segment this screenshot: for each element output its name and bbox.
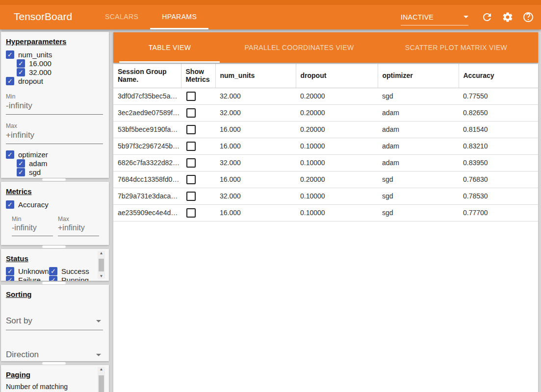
tab-hparams[interactable]: HPARAMS — [150, 0, 208, 29]
refresh-icon[interactable] — [481, 11, 493, 23]
tab-table-view[interactable]: TABLE VIEW — [149, 32, 191, 63]
checkbox-optimizer-sgd[interactable] — [17, 168, 25, 176]
col-header-num-units[interactable]: num_units — [215, 64, 296, 88]
checkbox-status-unknown[interactable] — [6, 267, 14, 275]
checkbox-optimizer[interactable] — [6, 150, 14, 159]
status-scrollbar[interactable]: ▲ ▼ — [98, 251, 105, 279]
accuracy-cell: 0.78530 — [459, 188, 538, 204]
sorting-heading: Sorting — [6, 290, 103, 298]
matching-groups-summary: Number of matching session groups: 8 — [6, 382, 92, 392]
show-metrics-checkbox[interactable] — [186, 125, 196, 134]
checkbox-accuracy[interactable] — [6, 200, 14, 209]
metric-min-input[interactable]: -infinity — [12, 222, 53, 236]
col-header-optimizer[interactable]: optimizer — [378, 64, 459, 88]
optimizer-cell: sgd — [378, 88, 459, 104]
hparam-value-label: 32.000 — [29, 68, 52, 76]
table-row: 7684dcc13358fd0… 16.000 0.20000 sgd 0.76… — [113, 171, 538, 188]
checkbox-status-success[interactable] — [49, 267, 57, 275]
status-success-row: Success — [49, 267, 103, 275]
session-group-name: 6826c7fa3322d82… — [113, 154, 181, 171]
num-units-cell: 16.000 — [215, 171, 296, 188]
show-metrics-checkbox[interactable] — [186, 108, 196, 118]
sort-by-label: Sort by — [6, 316, 32, 326]
panel-resize-handle[interactable] — [42, 245, 66, 248]
status-panel: Status Unknown Success Failure Running ▲… — [1, 249, 109, 281]
checkbox-num-units-32[interactable] — [17, 68, 25, 76]
paging-panel: Paging Number of matching session groups… — [1, 365, 109, 392]
table-row: 5b97f3c2967245b… 16.000 0.10000 adam 0.8… — [113, 138, 538, 154]
accuracy-cell: 0.76830 — [459, 171, 538, 188]
help-icon[interactable] — [522, 11, 534, 23]
tab-scatter-plot-matrix-view[interactable]: SCATTER PLOT MATRIX VIEW — [405, 32, 507, 63]
view-tabbar: TABLE VIEW PARALLEL COORDINATES VIEW SCA… — [113, 32, 538, 63]
dropout-max-label: Max — [6, 122, 103, 129]
accuracy-cell: 0.77700 — [459, 204, 538, 221]
num-units-cell: 32.000 — [215, 104, 296, 121]
show-metrics-checkbox[interactable] — [186, 142, 196, 151]
show-metrics-checkbox[interactable] — [186, 92, 196, 101]
panel-resize-handle[interactable] — [42, 178, 66, 181]
scrollbar-thumb[interactable] — [99, 259, 104, 271]
metric-max-input[interactable]: +infinity — [58, 222, 99, 236]
toolbar-right-controls: INACTIVE — [401, 5, 534, 29]
chevron-down-icon — [96, 320, 101, 322]
hparam-label: optimizer — [18, 150, 48, 159]
table-row: ae235909ec4e4d… 16.000 0.10000 sgd 0.777… — [113, 204, 538, 221]
panel-resize-handle[interactable] — [42, 282, 66, 284]
metrics-panel: Metrics Accuracy Min -infinity Max +infi… — [1, 182, 109, 245]
checkbox-num-units[interactable] — [6, 50, 14, 59]
scroll-down-icon[interactable]: ▼ — [100, 274, 103, 279]
show-metrics-checkbox[interactable] — [186, 158, 196, 168]
scroll-up-icon[interactable]: ▲ — [100, 251, 103, 256]
accuracy-cell: 0.83210 — [459, 138, 538, 154]
hparam-value-label: adam — [29, 159, 48, 168]
run-status-dropdown[interactable]: INACTIVE — [401, 9, 468, 25]
col-header-session-group-name[interactable]: Session Group Name. — [113, 64, 181, 88]
run-status-value: INACTIVE — [401, 13, 434, 21]
sort-by-select[interactable]: Sort by — [6, 316, 103, 330]
col-header-accuracy[interactable]: Accuracy — [459, 64, 538, 88]
tab-scalars[interactable]: SCALARS — [93, 0, 150, 29]
status-heading: Status — [6, 254, 103, 263]
hparam-value-label: 16.000 — [29, 59, 52, 68]
num-units-cell: 16.000 — [215, 138, 296, 154]
status-label: Success — [61, 267, 89, 275]
status-label: Running — [61, 276, 89, 281]
show-metrics-checkbox[interactable] — [186, 175, 196, 184]
optimizer-cell: adam — [378, 138, 459, 154]
session-group-name: 3df0d7cf35bec5a… — [113, 88, 181, 104]
show-metrics-checkbox[interactable] — [186, 208, 196, 218]
show-metrics-checkbox[interactable] — [186, 192, 196, 201]
scroll-up-icon[interactable]: ▲ — [100, 367, 103, 372]
table-row: 3ec2aed9e07589f… 32.000 0.20000 adam 0.8… — [113, 104, 538, 121]
direction-select[interactable]: Direction — [6, 350, 103, 361]
dropout-min-input[interactable]: -infinity — [6, 100, 103, 115]
status-failure-row: Failure — [6, 275, 49, 281]
table-row: 3df0d7cf35bec5a… 32.000 0.20000 sgd 0.77… — [113, 88, 538, 104]
col-header-dropout[interactable]: dropout — [296, 64, 378, 88]
checkbox-status-failure[interactable] — [6, 276, 14, 281]
top-toolbar: TensorBoard SCALARS HPARAMS INACTIVE — [0, 0, 541, 29]
metrics-heading: Metrics — [6, 187, 103, 196]
checkbox-num-units-16[interactable] — [17, 59, 25, 68]
panel-resize-handle[interactable] — [42, 362, 66, 365]
optimizer-cell: sgd — [378, 171, 459, 188]
hparam-value-row: adam — [17, 159, 103, 168]
checkbox-status-running[interactable] — [49, 276, 57, 281]
scrollbar-thumb[interactable] — [99, 375, 104, 392]
tab-parallel-coordinates-view[interactable]: PARALLEL COORDINATES VIEW — [244, 32, 354, 63]
checkbox-optimizer-adam[interactable] — [17, 159, 25, 168]
num-units-cell: 32.000 — [215, 88, 296, 104]
dropout-max-input[interactable]: +infinity — [6, 129, 103, 144]
active-tab-underline — [119, 61, 220, 63]
paging-scrollbar[interactable]: ▲ — [98, 367, 105, 392]
checkbox-dropout[interactable] — [6, 77, 14, 85]
status-label: Failure — [18, 276, 41, 281]
plugin-tabs: SCALARS HPARAMS — [93, 0, 208, 29]
hparam-optimizer-row: optimizer — [6, 150, 103, 159]
settings-gear-icon[interactable] — [502, 11, 514, 23]
table-row: 53bf5bece9190fa… 16.000 0.20000 adam 0.8… — [113, 121, 538, 138]
dropout-cell: 0.10000 — [296, 138, 378, 154]
hparam-label: num_units — [18, 50, 52, 59]
session-group-name: 53bf5bece9190fa… — [113, 121, 181, 138]
